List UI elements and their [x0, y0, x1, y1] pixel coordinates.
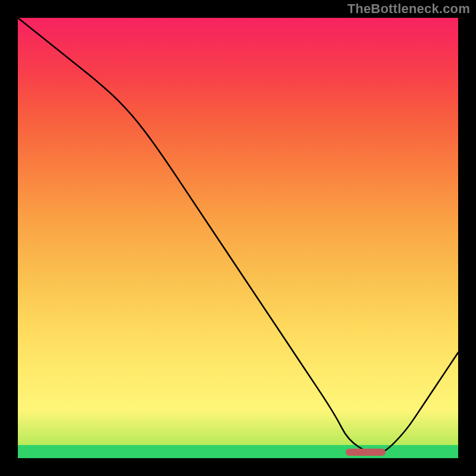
bottleneck-curve: [18, 18, 458, 458]
plot-area: [18, 18, 458, 458]
curve-path: [18, 18, 458, 454]
chart-frame: TheBottleneck.com: [0, 0, 476, 476]
watermark-label: TheBottleneck.com: [347, 1, 470, 17]
optimal-marker: [346, 449, 386, 456]
